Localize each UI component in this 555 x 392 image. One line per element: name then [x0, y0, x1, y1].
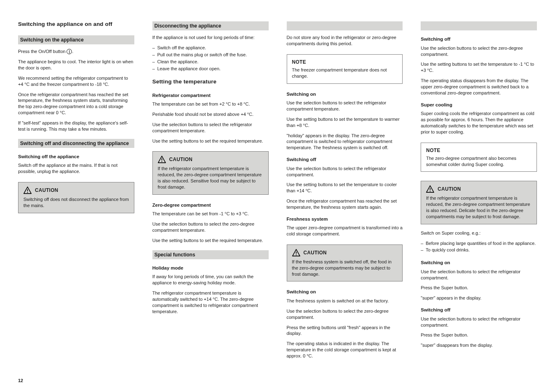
body-text: Use the selection buttons to select the …	[152, 221, 269, 233]
body-text: Use the selection buttons to select the …	[287, 166, 403, 178]
body-text: Once the refrigerator compartment has re…	[287, 198, 403, 210]
body-text: Use the setting buttons to set the tempe…	[287, 182, 403, 194]
body-text: "holiday" appears in the display. The ze…	[287, 133, 403, 151]
list-item: Clean the appliance.	[152, 59, 269, 65]
caution-text: If the freshness system is switched off,…	[292, 259, 398, 277]
body-text: The upper zero-degree compartment is tra…	[287, 225, 403, 237]
caution-box: CAUTION If the refrigerator compartment …	[152, 151, 269, 194]
section-switching-on: Switching on the appliance	[18, 35, 134, 44]
caution-icon	[426, 185, 434, 193]
body-text: The appliance begins to cool. The interi…	[18, 59, 134, 71]
list-item: To quickly cool drinks.	[421, 247, 537, 253]
body-text: Press the On/Off button .	[18, 48, 134, 55]
note-title: NOTE	[292, 59, 398, 65]
svg-point-5	[295, 254, 296, 255]
section-continued	[421, 21, 537, 30]
caution-icon	[158, 156, 166, 163]
note-box: NOTE The freezer compartment temperature…	[287, 54, 403, 84]
body-text: The freshness system is switched on at t…	[287, 298, 403, 304]
body-text: Switch off the appliance at the mains. I…	[18, 162, 134, 175]
body-text: The temperature can be set from +2 °C to…	[152, 101, 269, 107]
caution-header: CAUTION	[292, 249, 398, 256]
subheading: Switching off	[287, 157, 403, 163]
column-4: Switching off Use the selection buttons …	[421, 19, 537, 363]
body-text: The temperature can be set from -1 °C to…	[152, 211, 269, 217]
body-text: Use the setting buttons to set the tempe…	[421, 61, 537, 74]
text-fragment: Press the On/Off button	[18, 49, 65, 54]
subheading: Switching on	[287, 91, 403, 98]
note-title: NOTE	[426, 147, 532, 154]
body-text: Use the setting buttons to set the requi…	[152, 138, 269, 144]
body-text: "super" appears in the display.	[421, 295, 537, 301]
caution-box: CAUTION Switching off does not disconnec…	[18, 182, 134, 213]
subheading: Switching on	[287, 289, 403, 295]
body-text: If "self-test" appears in the display, t…	[18, 120, 134, 132]
note-text: The zero-degree compartment also becomes…	[426, 155, 532, 168]
caution-title: CAUTION	[438, 186, 461, 192]
body-text: We recommend setting the refrigerator co…	[18, 75, 134, 88]
body-text: Do not store any food in the refrigerato…	[287, 35, 403, 47]
body-text: Use the selection buttons to select the …	[287, 100, 403, 112]
body-text: Use the selection buttons to select the …	[421, 269, 537, 281]
body-text: Use the setting buttons to set the tempe…	[287, 116, 403, 129]
subheading: Zero-degree compartment	[152, 202, 269, 209]
subheading: Switching off	[421, 36, 537, 43]
section-continued	[287, 21, 403, 30]
heading-temperature: Setting the temperature	[152, 78, 269, 85]
caution-box: CAUTION If the freshness system is switc…	[287, 244, 403, 282]
caution-icon	[292, 249, 300, 256]
caution-box: CAUTION If the refrigerator compartment …	[421, 181, 537, 224]
caution-text: Switching off does not disconnect the ap…	[23, 196, 129, 209]
note-box: NOTE The zero-degree compartment also be…	[421, 143, 537, 172]
caution-title: CAUTION	[304, 249, 327, 256]
body-text: Once the refrigerator compartment has re…	[18, 92, 134, 116]
body-text: The operating status disappears from the…	[421, 78, 537, 96]
section-continued: Disconnecting the appliance	[152, 21, 269, 30]
body-text: Perishable food should not be stored abo…	[152, 111, 269, 118]
page-number: 12	[18, 378, 23, 384]
body-text: Super cooling cools the refrigerator com…	[421, 111, 537, 135]
body-text: Use the setting buttons to set the requi…	[152, 238, 269, 244]
subheading: Freshness system	[287, 216, 403, 223]
subheading: Super cooling	[421, 102, 537, 108]
caution-text: If the refrigerator compartment temperat…	[158, 166, 263, 190]
subheading: Switching on	[421, 260, 537, 266]
caution-header: CAUTION	[23, 187, 129, 194]
body-text: Press the Super button.	[421, 285, 537, 291]
body-text: If away for long periods of time, you ca…	[152, 274, 269, 286]
column-3: Do not store any food in the refrigerato…	[287, 19, 403, 363]
body-text: "super" disappears from the display.	[421, 342, 537, 348]
body-text: The operating status is indicated in the…	[287, 341, 403, 359]
body-text: If the appliance is not used for long pe…	[152, 35, 269, 41]
caution-title: CAUTION	[35, 187, 58, 194]
text-fragment: .	[72, 49, 73, 54]
body-text: The refrigerator compartment temperature…	[152, 290, 269, 314]
section-switching-off: Switching off and disconnecting the appl…	[18, 139, 134, 148]
body-text: Use the selection buttons to select the …	[287, 308, 403, 321]
body-text: Switch on Super cooling, e.g.:	[421, 230, 537, 236]
subheading: Switching off the appliance	[18, 154, 134, 160]
caution-title: CAUTION	[169, 156, 193, 163]
body-text: Press the setting buttons until "fresh" …	[287, 325, 403, 337]
column-1: Switching the appliance on and off Switc…	[18, 19, 134, 363]
column-2: Disconnecting the appliance If the appli…	[152, 19, 269, 363]
list-item: Switch off the appliance.	[152, 45, 269, 51]
list: Switch off the appliance. Pull out the m…	[152, 45, 269, 72]
body-text: Press the Super button.	[421, 332, 537, 338]
subheading: Refrigerator compartment	[152, 92, 269, 99]
body-text: Use the selection buttons to select the …	[421, 45, 537, 58]
note-text: The freezer compartment temperature does…	[292, 67, 398, 79]
power-icon	[67, 49, 72, 54]
svg-point-7	[430, 191, 431, 192]
subheading: Switching off	[421, 307, 537, 314]
list-item: Leave the appliance door open.	[152, 66, 269, 72]
body-text: Use the selection buttons to select the …	[152, 122, 269, 134]
list-item: Pull out the mains plug or switch off th…	[152, 52, 269, 58]
section-special: Special functions	[152, 250, 269, 259]
list: Before placing large quantities of food …	[421, 240, 537, 254]
list-item: Before placing large quantities of food …	[421, 240, 537, 247]
caution-icon	[23, 187, 32, 194]
caution-text: If the refrigerator compartment temperat…	[426, 195, 532, 219]
svg-point-1	[27, 192, 28, 193]
page-footer: 12	[18, 378, 537, 384]
